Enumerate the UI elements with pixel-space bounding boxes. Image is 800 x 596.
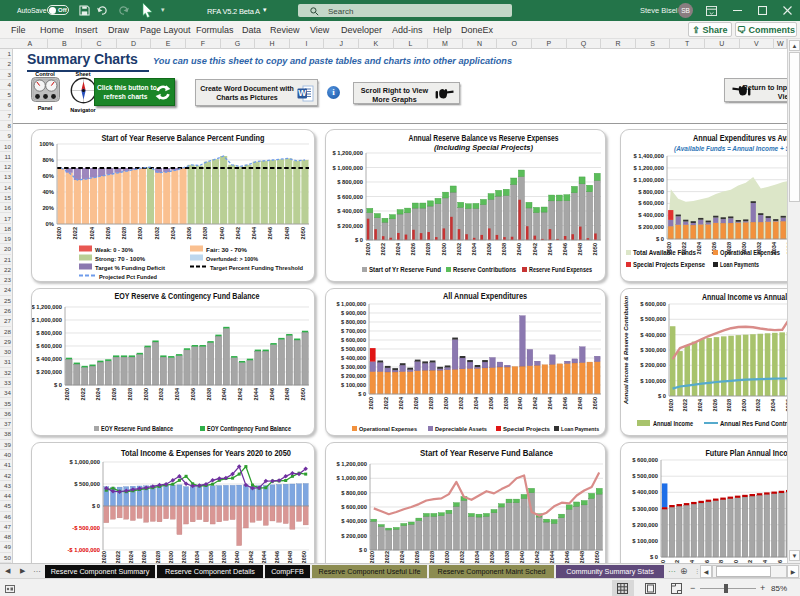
svg-text:-$ 1,000,000: -$ 1,000,000 bbox=[67, 547, 100, 553]
svg-text:$ 600,000: $ 600,000 bbox=[341, 504, 367, 510]
svg-text:Operational Expenses: Operational Expenses bbox=[720, 249, 780, 257]
svg-text:Annual Income vs Annual Reserv: Annual Income vs Annual Reserve Contribu… bbox=[702, 293, 800, 302]
svg-text:2028: 2028 bbox=[428, 397, 434, 409]
svg-text:2030: 2030 bbox=[137, 227, 143, 239]
svg-text:2032: 2032 bbox=[456, 243, 462, 255]
svg-text:All Annual Expenditures: All Annual Expenditures bbox=[443, 292, 527, 301]
svg-text:$ 400,000: $ 400,000 bbox=[337, 208, 363, 214]
svg-text:2028: 2028 bbox=[429, 551, 435, 563]
svg-text:$ 300,000: $ 300,000 bbox=[640, 347, 666, 353]
svg-text:2030: 2030 bbox=[444, 551, 450, 563]
svg-text:Total Income & Expenses for Ye: Total Income & Expenses for Years 2020 t… bbox=[121, 449, 291, 458]
svg-text:2022: 2022 bbox=[80, 388, 86, 400]
svg-text:2044: 2044 bbox=[547, 396, 553, 409]
svg-text:Reserve Contributions: Reserve Contributions bbox=[453, 266, 516, 273]
svg-text:2048: 2048 bbox=[284, 388, 290, 400]
svg-text:Strong: 70 - 100%: Strong: 70 - 100% bbox=[95, 255, 145, 262]
svg-text:2034: 2034 bbox=[174, 387, 180, 400]
svg-text:$ 0: $ 0 bbox=[650, 554, 658, 560]
svg-text:2048: 2048 bbox=[579, 551, 585, 563]
svg-text:2044: 2044 bbox=[253, 387, 259, 400]
svg-text:Total Available Funds: Total Available Funds bbox=[633, 249, 696, 256]
svg-text:2026: 2026 bbox=[413, 397, 419, 409]
svg-text:Weak: 0 - 30%: Weak: 0 - 30% bbox=[95, 246, 133, 253]
svg-text:20%: 20% bbox=[42, 205, 54, 211]
svg-text:2030: 2030 bbox=[443, 397, 449, 409]
svg-text:2024: 2024 bbox=[95, 387, 101, 400]
svg-text:$ 1,200,000: $ 1,200,000 bbox=[633, 165, 664, 171]
svg-text:2026: 2026 bbox=[712, 399, 718, 411]
svg-text:2050: 2050 bbox=[300, 388, 306, 400]
svg-text:40%: 40% bbox=[42, 189, 54, 195]
svg-text:2034: 2034 bbox=[473, 396, 479, 409]
svg-text:$ 0: $ 0 bbox=[92, 503, 100, 509]
svg-text:$ 700,000: $ 700,000 bbox=[341, 328, 366, 334]
svg-text:2040: 2040 bbox=[519, 551, 525, 563]
svg-text:Special Projects: Special Projects bbox=[503, 425, 551, 432]
svg-text:2046: 2046 bbox=[562, 397, 568, 409]
svg-text:2042: 2042 bbox=[248, 551, 254, 563]
svg-text:2034: 2034 bbox=[474, 550, 480, 563]
svg-text:$ 0: $ 0 bbox=[54, 382, 62, 388]
svg-text:2022: 2022 bbox=[115, 551, 121, 563]
svg-text:2044: 2044 bbox=[251, 226, 257, 239]
svg-text:2032: 2032 bbox=[158, 388, 164, 400]
svg-text:EOY Contingency Fund Balance: EOY Contingency Fund Balance bbox=[207, 425, 291, 433]
svg-text:2020: 2020 bbox=[668, 399, 674, 411]
svg-text:2030: 2030 bbox=[143, 388, 149, 400]
svg-text:80%: 80% bbox=[42, 157, 54, 163]
svg-text:2020: 2020 bbox=[101, 551, 107, 563]
svg-text:$ 400,000: $ 400,000 bbox=[632, 489, 658, 495]
svg-text:$ 1,000,000: $ 1,000,000 bbox=[69, 459, 100, 465]
svg-text:2046: 2046 bbox=[562, 243, 568, 255]
svg-text:$ 800,000: $ 800,000 bbox=[638, 189, 664, 195]
svg-text:2032: 2032 bbox=[755, 399, 761, 411]
svg-text:2050: 2050 bbox=[592, 397, 598, 409]
svg-text:2026: 2026 bbox=[111, 388, 117, 400]
svg-text:$ 500,000: $ 500,000 bbox=[640, 316, 666, 322]
svg-text:(Available Funds = Annual Inco: (Available Funds = Annual Income + Start… bbox=[674, 145, 800, 153]
svg-text:Loan Payments: Loan Payments bbox=[720, 261, 759, 269]
svg-text:2040: 2040 bbox=[516, 243, 522, 255]
svg-text:2034: 2034 bbox=[471, 242, 477, 255]
svg-text:Fair: 30 - 70%: Fair: 30 - 70% bbox=[206, 246, 247, 253]
svg-text:$ 800,000: $ 800,000 bbox=[36, 330, 62, 336]
svg-text:$ 800,000: $ 800,000 bbox=[341, 319, 366, 325]
svg-text:Projected Pct Funded: Projected Pct Funded bbox=[99, 273, 157, 280]
svg-text:$ 200,000: $ 200,000 bbox=[640, 362, 666, 368]
svg-text:2020: 2020 bbox=[368, 397, 374, 409]
svg-text:2028: 2028 bbox=[425, 243, 431, 255]
svg-text:2026: 2026 bbox=[410, 243, 416, 255]
svg-text:$ 400,000: $ 400,000 bbox=[638, 212, 664, 218]
svg-text:Annual Income: Annual Income bbox=[653, 420, 693, 427]
svg-text:$ 1,400,000: $ 1,400,000 bbox=[633, 153, 664, 159]
svg-text:Special Projects Expense: Special Projects Expense bbox=[633, 261, 705, 269]
svg-text:2020: 2020 bbox=[64, 388, 70, 400]
svg-text:2048: 2048 bbox=[287, 551, 293, 563]
svg-text:Depreciable Assets: Depreciable Assets bbox=[435, 425, 487, 432]
svg-text:2020: 2020 bbox=[365, 243, 371, 255]
svg-text:$ 1,200,000: $ 1,200,000 bbox=[32, 304, 62, 310]
svg-text:$ 1,000,000: $ 1,000,000 bbox=[633, 177, 664, 183]
svg-text:2050: 2050 bbox=[594, 551, 600, 563]
svg-text:2050: 2050 bbox=[301, 551, 307, 563]
svg-text:Start of Year Reserve Fund Bal: Start of Year Reserve Fund Balance bbox=[420, 449, 553, 458]
svg-text:2032: 2032 bbox=[459, 551, 465, 563]
svg-text:100%: 100% bbox=[39, 141, 54, 147]
svg-text:$ 400,000: $ 400,000 bbox=[36, 356, 62, 362]
svg-text:2032: 2032 bbox=[154, 227, 160, 239]
svg-text:2044: 2044 bbox=[547, 242, 553, 255]
svg-text:2022: 2022 bbox=[682, 399, 688, 411]
svg-text:Operational Expenses: Operational Expenses bbox=[359, 425, 417, 432]
svg-text:2036: 2036 bbox=[186, 227, 192, 239]
svg-text:2038: 2038 bbox=[501, 243, 507, 255]
svg-text:$ 500,000: $ 500,000 bbox=[632, 473, 658, 479]
svg-text:2024: 2024 bbox=[696, 241, 702, 254]
svg-text:$ 0: $ 0 bbox=[359, 547, 367, 553]
svg-text:2024: 2024 bbox=[398, 396, 404, 409]
svg-text:$ 1,200,000: $ 1,200,000 bbox=[332, 150, 363, 156]
svg-text:$ 100,000: $ 100,000 bbox=[640, 378, 666, 384]
svg-text:2040: 2040 bbox=[517, 397, 523, 409]
svg-text:2030: 2030 bbox=[168, 551, 174, 563]
svg-text:$ 200,000: $ 200,000 bbox=[341, 373, 366, 379]
